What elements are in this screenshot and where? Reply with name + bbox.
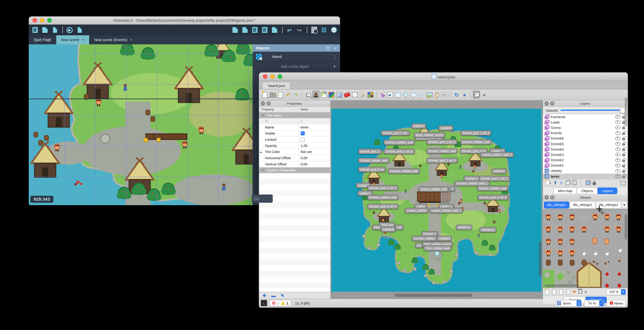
document-tab[interactable]: *island.json [262,82,291,89]
property-value[interactable]: 0,00 [301,156,307,160]
object-label[interactable]: Domek_graf_1 raf_2 [460,130,492,136]
insert-template-icon[interactable] [433,91,441,99]
new-layer-icon[interactable]: ▾ [545,180,551,186]
visibility-eye-icon[interactable] [615,147,621,151]
search-objects-field[interactable]: Se [252,195,273,203]
property-row[interactable]: ▶ Visible checked [259,130,330,137]
object-label[interactable]: Domek_graf_5 raf_6 [367,204,398,209]
object-label[interactable]: col [415,243,423,248]
reload-tileset-icon[interactable]: ⟳ [572,290,576,294]
insert-text-icon[interactable]: Abc [441,91,448,99]
unlocked-icon[interactable] [622,132,625,135]
map-view[interactable]: collider7collider4Domek_graf_1 raf_Bees_… [330,100,542,299]
debug-icon[interactable] [52,27,58,33]
property-row[interactable]: ▶ Tint Color Not set [259,149,330,155]
layer-row[interactable]: obiekty [543,168,628,174]
tileset-zoom-combo[interactable]: 100 % ∨ [606,289,626,295]
object-label[interactable]: Domek_graf_5 raf_6 [478,195,508,200]
remove-property-button[interactable]: ▬ [271,293,276,298]
news-button[interactable]: ! News [606,300,626,307]
redo-icon[interactable]: ↪ [296,27,302,33]
minimize-window-button[interactable] [40,18,44,23]
zoom-1-1-icon[interactable]: 1:1 [331,27,337,33]
new-tileset-icon[interactable] [545,289,550,295]
unlocked-icon[interactable] [622,138,625,140]
layer-row[interactable]: Kamienie [543,114,628,119]
delete-tileset-icon[interactable] [578,290,582,294]
editor-tab[interactable]: Şţàŕţ Pàĝē × [29,35,56,44]
property-value[interactable]: teren [301,125,308,129]
stamp-variations-icon[interactable]: ▾ [304,91,312,99]
unlocked-icon[interactable] [622,154,625,157]
undo-icon[interactable]: ↩ [286,27,292,33]
scene-canvas[interactable]: 929;343 [29,44,252,205]
object-label[interactable]: vall [395,225,404,230]
object-label[interactable]: collider3 [437,236,452,241]
redo-icon[interactable]: ↷ [292,91,300,99]
object-label[interactable]: Domek_graf_5 raf [358,167,386,172]
object-label[interactable]: collider7 [411,123,426,129]
layer-row[interactable]: Scena [543,125,628,130]
editor-tab[interactable]: New scene (Events) × [89,35,137,44]
property-row[interactable]: ▶ Opacity 1,00 [259,143,330,149]
expand-arrow-icon[interactable]: ▶ [259,150,263,153]
collapse-arrow-icon[interactable]: ▼ [262,114,264,116]
layer-row[interactable]: Domek4 [543,147,628,152]
object-label[interactable]: Kamien_collider_wall [388,169,420,174]
object-label[interactable]: Thor_collider_wall [424,246,451,251]
eraser-icon[interactable] [343,91,351,99]
property-value[interactable]: 1,00 [301,144,307,148]
add-object-row[interactable]: Add a new object + [253,62,340,71]
undo-icon[interactable]: ↶ [284,91,292,99]
dock-tab[interactable]: Objects [577,187,598,194]
open-instances-editor-icon[interactable] [242,27,248,33]
property-row[interactable]: ▶ Vertical Offset 0,00 [259,161,330,167]
duplicate-layer-icon[interactable] [566,181,570,185]
delete-layer-icon[interactable] [572,181,576,185]
select-objects-icon[interactable] [379,91,386,99]
toolbar-overflow-icon[interactable]: » [480,91,488,99]
property-row[interactable]: ▶ Horizontal Offset 0,00 [259,155,330,161]
section-tile-layer[interactable]: ▼ Tile Layer [259,112,330,118]
dock-tab[interactable]: Mini-map [554,187,577,194]
visibility-eye-icon[interactable] [615,158,621,162]
checkbox[interactable] [301,138,305,142]
layer-stepper-icon[interactable]: ▲▼ [577,300,582,306]
visibility-eye-icon[interactable] [615,120,621,124]
insert-polygon-icon[interactable] [418,91,425,99]
kebab-menu-icon[interactable]: ⋮ [333,56,337,57]
object-label[interactable]: Domek_collider_wall [384,140,415,145]
object-label[interactable]: Scena_collider_wall [418,187,449,192]
unlocked-icon[interactable] [622,165,625,167]
layers-scrollbar[interactable] [625,97,627,126]
object-label[interactable]: Domek_collider_wall [477,185,508,191]
object-label[interactable]: Domek_collider_wall [426,149,458,154]
tab-close-icon[interactable]: × [130,38,132,42]
export-tileset-icon[interactable] [558,289,564,295]
move-icon[interactable]: + [461,91,468,99]
embed-tileset-icon[interactable] [552,289,557,295]
magic-wand-icon[interactable] [359,91,366,99]
section-custom-properties[interactable]: ▼ Custom Properties [259,167,330,173]
select-same-tile-icon[interactable] [367,91,374,99]
object-label[interactable]: Kamien_collider_wall_1 [454,181,490,186]
layer-row[interactable]: Domek3 [543,152,628,157]
tileset-overflow-icon[interactable]: » [584,290,587,294]
edit-tileset-icon[interactable] [566,289,570,295]
new-file-icon[interactable]: ▾ [261,91,269,99]
toggle-other-layers-icon[interactable] [586,181,590,185]
zoom-window-button[interactable] [278,74,282,79]
preview-window-icon[interactable] [42,27,48,33]
raise-layer-icon[interactable]: ⬆ [554,181,557,185]
visibility-eye-icon[interactable] [615,137,621,140]
layer-row[interactable]: Domek6 [543,136,628,141]
object-label[interactable]: Domek_graf_1 [358,149,382,154]
visibility-eye-icon[interactable] [615,115,621,118]
object-label[interactable]: collider11 [456,225,472,230]
close-panel-icon[interactable]: × [334,45,337,50]
map-horizontal-scrollbar[interactable] [394,294,472,297]
random-mode-dice-icon[interactable] [473,91,480,99]
rectangular-select-icon[interactable] [351,91,358,99]
zoom-chevron-down-icon[interactable]: ∨ [621,289,626,295]
unlocked-icon[interactable] [622,159,625,162]
